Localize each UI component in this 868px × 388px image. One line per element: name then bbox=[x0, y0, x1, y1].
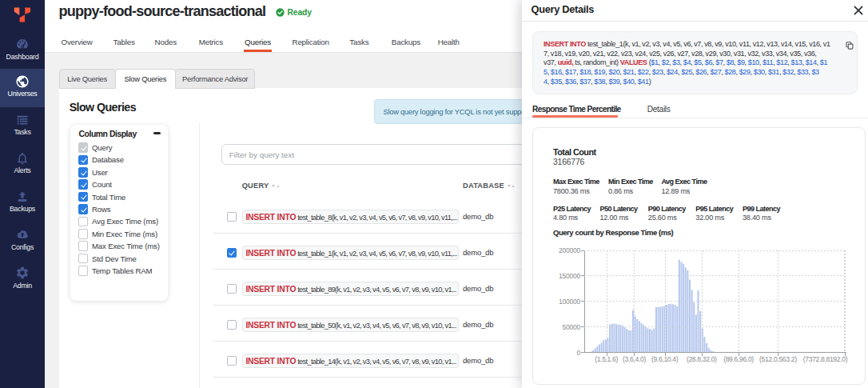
exec-stat-label: Max Exec Time bbox=[553, 178, 599, 186]
sidebar-item-backups[interactable]: Backups bbox=[0, 184, 45, 222]
sql-query-box: INSERT INTO test_table_1(k, v1, v2, v3, … bbox=[532, 31, 858, 94]
collapse-minus-icon[interactable] bbox=[153, 132, 160, 134]
checkbox[interactable] bbox=[78, 179, 89, 190]
close-icon[interactable] bbox=[852, 4, 865, 17]
tab-health[interactable]: Health bbox=[438, 32, 460, 52]
universe-title: puppy-food-source-transactional bbox=[59, 3, 266, 20]
query-snippet[interactable]: INSERT INTO test_table_89(k, v1, v2, v3,… bbox=[242, 282, 459, 296]
h-gridline bbox=[584, 301, 844, 302]
row-checkbox[interactable] bbox=[227, 320, 237, 330]
sidebar-item-label: Alerts bbox=[0, 166, 45, 174]
row-checkbox[interactable] bbox=[227, 212, 237, 222]
column-option-database[interactable]: Database bbox=[78, 154, 124, 165]
query-snippet[interactable]: INSERT INTO test_table_50(k, v1, v2, v3,… bbox=[242, 318, 459, 332]
column-option-min-exec-time-ms-[interactable]: Min Exec Time (ms) bbox=[78, 229, 158, 239]
option-label: Count bbox=[92, 180, 112, 189]
x-tick-label: (512.0,563.2) bbox=[759, 355, 797, 363]
check-circle-icon bbox=[276, 8, 285, 17]
column-header-query[interactable]: QUERY bbox=[242, 182, 280, 190]
column-option-rows[interactable]: Rows bbox=[78, 204, 111, 214]
checkbox[interactable] bbox=[78, 217, 89, 227]
column-option-user[interactable]: User bbox=[78, 167, 108, 178]
stats-card: Total Count 3166776 Query count by Respo… bbox=[532, 127, 866, 386]
y-axis-tick bbox=[581, 326, 584, 327]
row-database: demo_db bbox=[463, 284, 493, 293]
checkbox[interactable] bbox=[78, 142, 89, 153]
checkbox[interactable] bbox=[78, 254, 89, 264]
row-database: demo_db bbox=[463, 248, 493, 257]
y-axis-tick bbox=[581, 352, 584, 353]
tab-tables[interactable]: Tables bbox=[113, 32, 135, 52]
column-option-avg-exec-time-ms-[interactable]: Avg Exec Time (ms) bbox=[78, 216, 158, 226]
sidebar-item-dashboard[interactable]: Dashboard bbox=[0, 31, 45, 70]
column-option-count[interactable]: Count bbox=[78, 179, 112, 190]
tab-backups[interactable]: Backups bbox=[392, 32, 420, 52]
query-filter-input[interactable] bbox=[221, 144, 573, 165]
sql-line: v37, uuid, ts, random_int) VALUES ($1, $… bbox=[543, 58, 841, 68]
sidebar-item-admin[interactable]: Admin bbox=[0, 260, 45, 298]
copy-icon[interactable] bbox=[846, 42, 854, 50]
sidebar-item-label: Backups bbox=[0, 205, 45, 213]
latency-stat-value: 32.00 ms bbox=[695, 214, 724, 222]
x-tick-label: (1.5,1.6) bbox=[595, 355, 618, 363]
subtab-slow-queries[interactable]: Slow Queries bbox=[115, 69, 176, 89]
sidebar-item-tasks[interactable]: Tasks bbox=[0, 107, 45, 146]
v-gridline bbox=[634, 250, 635, 353]
sidebar-item-universes[interactable]: Universes bbox=[0, 69, 45, 107]
y-tick-label: 100000 bbox=[532, 298, 580, 306]
tab-tasks[interactable]: Tasks bbox=[349, 32, 368, 52]
column-header-database[interactable]: DATABASE bbox=[463, 182, 515, 190]
v-gridline bbox=[702, 250, 703, 353]
sidebar-item-alerts[interactable]: Alerts bbox=[0, 146, 45, 184]
column-option-query[interactable]: Query bbox=[78, 142, 113, 153]
row-database: demo_db bbox=[463, 320, 493, 329]
query-snippet[interactable]: INSERT INTO test_table_1(k, v1, v2, v3, … bbox=[242, 246, 459, 260]
query-snippet[interactable]: INSERT INTO test_table_14(k, v1, v2, v3,… bbox=[242, 354, 459, 368]
checkbox[interactable] bbox=[78, 266, 89, 276]
tab-replication[interactable]: Replication bbox=[293, 32, 329, 52]
panel-title: Query Details bbox=[532, 3, 595, 15]
exec-stat-value: 12.89 ms bbox=[661, 187, 690, 195]
tab-queries[interactable]: Queries bbox=[245, 32, 271, 52]
dashboard-gauge-icon bbox=[15, 37, 30, 51]
column-option-max-exec-time-ms-[interactable]: Max Exec Time (ms) bbox=[78, 241, 160, 251]
sidebar-item-configs[interactable]: Configs bbox=[0, 222, 45, 260]
tab-metrics[interactable]: Metrics bbox=[199, 32, 223, 52]
tab-nodes[interactable]: Nodes bbox=[155, 32, 177, 52]
yugabyte-logo-icon[interactable] bbox=[14, 7, 31, 22]
sidebar-item-label: Admin bbox=[0, 282, 45, 290]
exec-stat-value: 0.86 ms bbox=[608, 187, 633, 195]
tab-overview[interactable]: Overview bbox=[62, 32, 93, 52]
option-label: Temp Tables RAM bbox=[92, 266, 152, 275]
row-checkbox[interactable] bbox=[227, 284, 237, 294]
checkbox[interactable] bbox=[78, 204, 89, 214]
column-option-total-time[interactable]: Total Time bbox=[78, 192, 126, 202]
query-snippet[interactable]: INSERT INTO test_table_8(k, v1, v2, v3, … bbox=[242, 210, 459, 224]
row-checkbox[interactable] bbox=[227, 248, 237, 258]
x-axis bbox=[581, 352, 846, 353]
option-label: Std Dev Time bbox=[92, 254, 137, 263]
sidebar-item-label: Universes bbox=[0, 90, 45, 98]
exec-stat-value: 7800.36 ms bbox=[553, 187, 590, 195]
exec-stat-label: Min Exec Time bbox=[608, 178, 653, 186]
row-checkbox[interactable] bbox=[227, 356, 237, 366]
y-axis-tick bbox=[581, 250, 584, 251]
latency-stat-label: P90 Latency bbox=[648, 205, 686, 213]
option-label: User bbox=[92, 168, 108, 177]
column-option-temp-tables-ram[interactable]: Temp Tables RAM bbox=[78, 266, 153, 276]
latency-stat-label: P95 Latency bbox=[695, 205, 733, 213]
panel-tab-details[interactable]: Details bbox=[647, 101, 671, 118]
checkbox[interactable] bbox=[78, 155, 89, 166]
checkbox[interactable] bbox=[78, 192, 89, 202]
subtab-live-queries[interactable]: Live Queries bbox=[59, 69, 116, 89]
v-gridline bbox=[778, 250, 778, 353]
latency-stat-label: P50 Latency bbox=[599, 205, 637, 213]
checkbox[interactable] bbox=[78, 167, 89, 178]
latency-stat-value: 12.00 ms bbox=[599, 214, 628, 222]
column-option-std-dev-time[interactable]: Std Dev Time bbox=[78, 254, 137, 264]
latency-stat-value: 25.60 ms bbox=[648, 214, 677, 222]
subtab-performance-advisor[interactable]: Performance Advisor bbox=[175, 69, 255, 89]
checkbox[interactable] bbox=[78, 229, 89, 239]
checkbox[interactable] bbox=[78, 241, 89, 251]
cloud-upload-icon bbox=[15, 227, 30, 242]
